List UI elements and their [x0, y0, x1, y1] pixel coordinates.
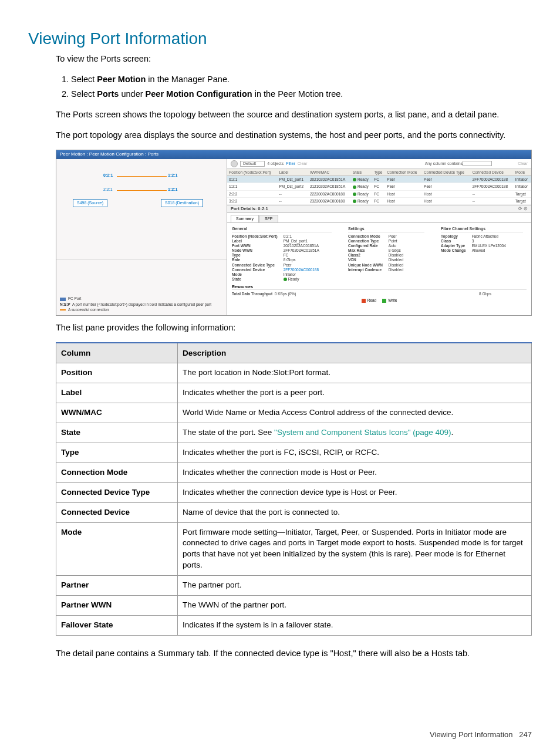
topology-area: 0:2:1 1:2:1 2:2:1 1:2:1 S498 (Source) S0… [56, 159, 227, 259]
table-row: Connected Device TypeIndicates whether t… [56, 482, 532, 502]
col-type[interactable]: Type [372, 169, 385, 176]
topo-destination: S018 (Destination) [161, 199, 203, 207]
list-toolbar: Default 4 objects Filter Clear Any colum… [227, 159, 531, 169]
topo-port: 0:2:1 [103, 173, 113, 178]
intro-text: To view the Ports screen: [56, 53, 532, 65]
tab-sfp[interactable]: SFP [259, 215, 278, 222]
col-cd[interactable]: Connected Device [471, 169, 514, 176]
topo-port: 2:2:1 [103, 187, 113, 192]
page-footer: Viewing Port Information 247 [28, 730, 532, 739]
para-4: The detail pane contains a Summary tab. … [56, 647, 532, 660]
col-position[interactable]: Position (Node:Slot:Port) [227, 169, 277, 176]
th-column: Column [56, 343, 178, 363]
clear-link[interactable]: Clear [298, 161, 308, 166]
col-cdt[interactable]: Connected Device Type [422, 169, 471, 176]
table-row[interactable]: 2:2:2--22220002AC000188ReadyFCHostHost--… [227, 190, 531, 197]
para-2: The port topology area displays the sour… [56, 129, 532, 141]
table-row: Partner WWNThe WWN of the partner port. [56, 596, 532, 616]
topo-source: S498 (Source) [73, 199, 107, 207]
column-description-table: ColumnDescription PositionThe port locat… [56, 342, 532, 636]
topology-legend: FC Port N:S:P A port number (<node:slot:… [60, 295, 211, 312]
table-row: LabelIndicates whether the port is a pee… [56, 383, 532, 403]
col-mode[interactable]: Mode [514, 169, 531, 176]
gear-icon[interactable] [231, 160, 238, 167]
filter-link[interactable]: Filter [286, 161, 295, 166]
col-wwnmac[interactable]: WWN/MAC [308, 169, 351, 176]
rw-legend: ReadWrite [232, 298, 527, 303]
table-row: StateThe state of the port. See "System … [56, 423, 532, 443]
table-row: ModePort firmware mode setting—Initiator… [56, 522, 532, 576]
search-input[interactable] [463, 161, 492, 166]
th-description: Description [178, 343, 532, 363]
detail-header: Port Details: 0:2:1⟳ ⊙ [227, 205, 531, 213]
ports-list-table: Position (Node:Slot:Port) Label WWN/MAC … [227, 169, 531, 205]
table-row[interactable]: 1:2:1PM_Dst_port221210202AC01851AReadyFC… [227, 183, 531, 190]
section-settings: Settings [348, 227, 424, 232]
view-dropdown[interactable]: Default [240, 161, 265, 167]
table-row: WWN/MACWorld Wide Name or Media Access C… [56, 403, 532, 423]
table-row[interactable]: 0:2:1PM_Dst_port120210202AC01851AReadyFC… [227, 176, 531, 183]
para-1: The Ports screen shows the topology betw… [56, 109, 532, 121]
step-1: Select Peer Motion in the Manager Pane. [71, 73, 532, 86]
col-label[interactable]: Label [277, 169, 308, 176]
topo-port: 1:2:1 [168, 173, 177, 178]
section-general: General [232, 227, 332, 232]
topo-port: 1:2:1 [168, 187, 177, 192]
object-count: 4 objects [267, 161, 284, 166]
ports-screenshot: Peer Motion : Peer Motion Configuration … [56, 150, 532, 316]
page-title: Viewing Port Information [28, 29, 532, 48]
section-fc: Fibre Channel Settings [441, 227, 523, 232]
tab-summary[interactable]: Summary [231, 215, 259, 222]
step-2: Select Ports under Peer Motion Configura… [71, 88, 532, 100]
table-row[interactable]: 3:2:2--23220002AC000188ReadyFCHostHost--… [227, 197, 531, 204]
col-state[interactable]: State [351, 169, 372, 176]
table-row: Connected DeviceName of device that the … [56, 502, 532, 522]
status-icons-link[interactable]: "System and Component Status Icons" (pag… [274, 428, 451, 437]
col-connmode[interactable]: Connection Mode [385, 169, 422, 176]
table-row: Connection ModeIndicates whether the con… [56, 463, 532, 482]
table-row: PartnerThe partner port. [56, 576, 532, 596]
ss-window-title: Peer Motion : Peer Motion Configuration … [56, 150, 531, 159]
section-resources: Resources [232, 285, 527, 290]
table-row: Failover StateIndicates if the system is… [56, 615, 532, 635]
clear-button[interactable]: Clear [518, 161, 528, 166]
search-label: Any column contains [425, 161, 463, 166]
table-row: TypeIndicates whether the port is FC, iS… [56, 443, 532, 463]
table-row: PositionThe port location in Node:Slot:P… [56, 363, 532, 383]
para-3: The list pane provides the following inf… [56, 322, 532, 334]
